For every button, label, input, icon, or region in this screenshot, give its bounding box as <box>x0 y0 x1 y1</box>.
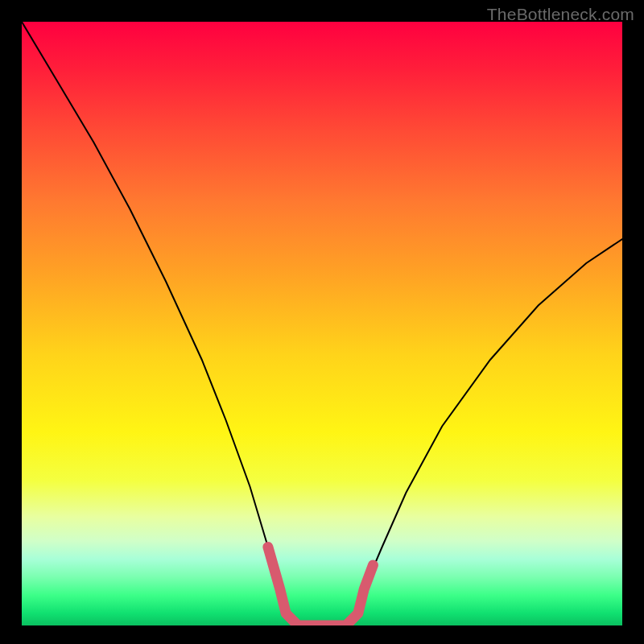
chart-plot-area <box>22 22 622 625</box>
bottleneck-floor-highlight-path <box>268 547 374 626</box>
chart-curves-svg <box>22 22 622 625</box>
watermark-text: TheBottleneck.com <box>487 5 634 24</box>
chart-stage: TheBottleneck.com <box>0 0 644 644</box>
bottleneck-curve-path <box>22 22 622 625</box>
